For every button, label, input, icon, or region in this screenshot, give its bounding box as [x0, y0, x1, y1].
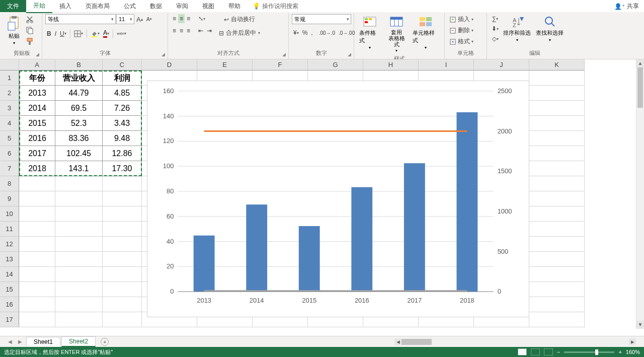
cell[interactable] [529, 297, 585, 312]
zoom-out-button[interactable]: − [557, 349, 560, 355]
sheet-tab-1[interactable]: Sheet1 [26, 337, 60, 346]
cut-button[interactable] [24, 14, 35, 24]
horizontal-scrollbar[interactable]: ◀ ▶ [394, 338, 636, 345]
row-header-17[interactable]: 17 [0, 312, 19, 327]
tab-layout[interactable]: 页面布局 [78, 0, 117, 13]
align-top-button[interactable]: ≡ [171, 14, 178, 23]
tab-nav-next[interactable]: ▶ [15, 339, 25, 344]
cell[interactable]: 52.3 [55, 116, 103, 131]
embedded-chart[interactable]: 0204060801001201401600500100015002000250… [147, 81, 529, 317]
align-center-button[interactable]: ≡ [178, 26, 185, 35]
cell[interactable] [529, 176, 585, 191]
scroll-up-arrow[interactable]: ▲ [636, 59, 644, 67]
cell[interactable] [55, 237, 103, 252]
font-color-button[interactable]: A [102, 28, 111, 39]
cell[interactable] [529, 222, 585, 237]
zoom-level[interactable]: 160% [626, 349, 640, 355]
cell[interactable]: 2014 [19, 101, 55, 116]
cell[interactable]: 利润 [103, 70, 142, 86]
indent-decrease-button[interactable]: ⇤ [197, 26, 205, 35]
number-format-combo[interactable]: 常规 [292, 14, 351, 24]
cell[interactable] [103, 297, 142, 312]
cell[interactable] [529, 267, 585, 282]
row-header-15[interactable]: 15 [0, 282, 19, 297]
cell[interactable] [529, 70, 585, 86]
insert-cells-button[interactable]: +插入 [448, 14, 475, 25]
grow-font-button[interactable]: A▴ [135, 15, 144, 24]
cell[interactable] [103, 176, 142, 191]
col-header-C[interactable]: C [103, 59, 142, 70]
cell[interactable]: 营业收入 [55, 70, 103, 86]
cell[interactable] [103, 252, 142, 267]
row-header-8[interactable]: 8 [0, 176, 19, 191]
tab-help[interactable]: 帮助 [221, 0, 248, 13]
cell[interactable] [55, 206, 103, 222]
hscroll-thumb[interactable] [401, 339, 432, 345]
cell[interactable] [103, 206, 142, 222]
scroll-down-arrow[interactable]: ▼ [636, 321, 644, 329]
shrink-font-button[interactable]: A▾ [145, 15, 153, 23]
page-break-view-button[interactable] [544, 348, 553, 355]
increase-decimal-button[interactable]: .00→.0 [317, 29, 337, 37]
align-left-button[interactable]: ≡ [171, 26, 178, 35]
autosum-button[interactable]: ∑ [490, 14, 500, 23]
scroll-right-arrow[interactable]: ▶ [629, 338, 636, 345]
cell[interactable] [103, 282, 142, 297]
cell[interactable] [19, 206, 55, 222]
phonetic-button[interactable]: wén [115, 30, 128, 37]
col-header-E[interactable]: E [197, 59, 253, 70]
cell[interactable] [55, 252, 103, 267]
cell[interactable] [19, 222, 55, 237]
cell[interactable]: 3.43 [103, 116, 142, 131]
file-menu[interactable]: 文件 [0, 0, 26, 12]
cell[interactable] [55, 176, 103, 191]
row-header-2[interactable]: 2 [0, 86, 19, 101]
tab-home[interactable]: 开始 [26, 0, 52, 13]
cell[interactable] [529, 312, 585, 327]
row-header-14[interactable]: 14 [0, 267, 19, 282]
row-header-4[interactable]: 4 [0, 116, 19, 131]
cell[interactable] [529, 146, 585, 161]
zoom-in-button[interactable]: + [618, 349, 621, 355]
row-header-9[interactable]: 9 [0, 191, 19, 206]
row-header-16[interactable]: 16 [0, 297, 19, 312]
fill-button[interactable]: ⬇ [490, 24, 500, 33]
cell[interactable] [19, 282, 55, 297]
cell[interactable] [55, 282, 103, 297]
underline-button[interactable]: U [58, 29, 68, 38]
font-launcher[interactable]: ◢ [162, 52, 167, 57]
vertical-scrollbar[interactable]: ▲ ▼ [636, 59, 644, 329]
comma-button[interactable]: , [309, 28, 314, 37]
cell[interactable] [529, 161, 585, 176]
col-header-F[interactable]: F [253, 59, 308, 70]
find-select-button[interactable]: 查找和选择▾ [534, 14, 566, 43]
clear-button[interactable]: ◇ [490, 34, 500, 43]
col-header-K[interactable]: K [529, 59, 585, 70]
format-painter-button[interactable] [24, 36, 35, 46]
col-header-G[interactable]: G [308, 59, 363, 70]
merge-center-button[interactable]: ⊟合并后居中 [217, 28, 262, 38]
paste-button[interactable]: 粘贴 ▾ [5, 14, 23, 46]
cell[interactable] [19, 191, 55, 206]
col-header-I[interactable]: I [419, 59, 474, 70]
cell[interactable]: 2013 [19, 86, 55, 101]
delete-cells-button[interactable]: −删除 [448, 25, 475, 36]
cell[interactable]: 2016 [19, 131, 55, 146]
percent-button[interactable]: % [301, 28, 309, 37]
cell[interactable] [19, 297, 55, 312]
cell[interactable] [529, 206, 585, 222]
cell[interactable] [529, 131, 585, 146]
cell[interactable]: 17.30 [103, 161, 142, 176]
cell[interactable] [55, 312, 103, 327]
tab-nav-prev[interactable]: ◀ [5, 339, 15, 344]
align-middle-button[interactable]: ≡ [178, 14, 185, 23]
cell[interactable]: 4.85 [103, 86, 142, 101]
tab-data[interactable]: 数据 [143, 0, 169, 13]
cell[interactable]: 44.79 [55, 86, 103, 101]
cell[interactable] [103, 191, 142, 206]
tell-me[interactable]: 💡 操作说明搜索 [248, 0, 303, 13]
cell[interactable] [529, 252, 585, 267]
zoom-slider[interactable] [564, 351, 614, 353]
row-header-3[interactable]: 3 [0, 101, 19, 116]
cell[interactable] [55, 297, 103, 312]
